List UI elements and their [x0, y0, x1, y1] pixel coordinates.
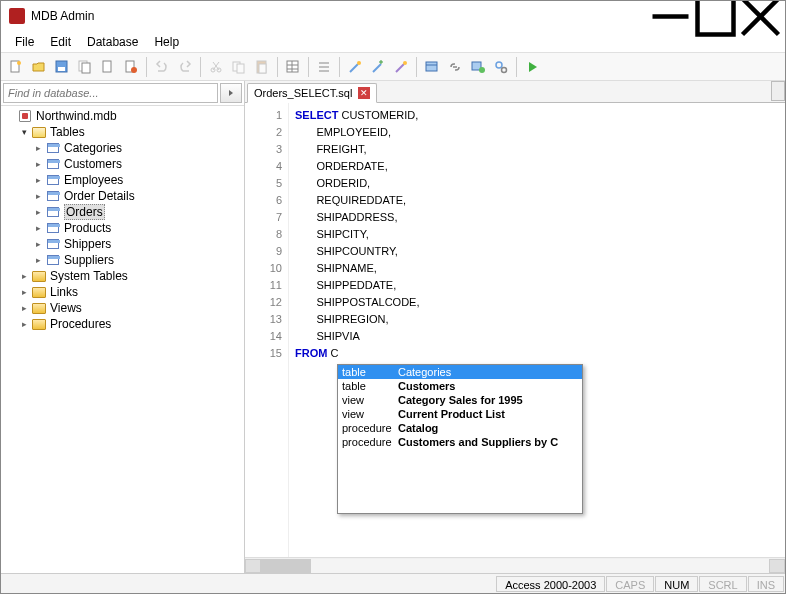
expand-arrow-icon[interactable]: ▸ — [31, 223, 45, 233]
run-button[interactable] — [521, 56, 543, 78]
undo-button[interactable] — [151, 56, 173, 78]
tree-node[interactable]: ▸Categories — [3, 140, 242, 156]
tab-close-icon[interactable]: ✕ — [358, 87, 370, 99]
scroll-thumb[interactable] — [261, 559, 311, 573]
tree-node[interactable]: ▸Shippers — [3, 236, 242, 252]
tab-scroll-handle[interactable] — [771, 81, 785, 101]
menu-edit[interactable]: Edit — [42, 32, 79, 52]
expand-arrow-icon[interactable]: ▸ — [17, 271, 31, 281]
expand-arrow-icon[interactable]: ▸ — [31, 239, 45, 249]
autocomplete-item[interactable]: viewCategory Sales for 1995 — [338, 393, 582, 407]
expand-arrow-icon[interactable]: ▸ — [31, 159, 45, 169]
scroll-track[interactable] — [261, 559, 769, 573]
grid-button[interactable] — [282, 56, 304, 78]
expand-arrow-icon[interactable]: ▾ — [17, 127, 31, 137]
tree-node[interactable]: ▾Tables — [3, 124, 242, 140]
tab-label: Orders_SELECT.sql — [254, 87, 352, 99]
horizontal-scrollbar[interactable] — [245, 557, 785, 573]
autocomplete-item[interactable]: tableCategories — [338, 365, 582, 379]
minimize-button[interactable] — [648, 2, 693, 30]
svg-rect-1 — [698, 0, 734, 34]
status-ins: INS — [748, 576, 784, 592]
autocomplete-item[interactable]: procedureCatalog — [338, 421, 582, 435]
autocomplete-item[interactable]: procedureCustomers and Suppliers by C — [338, 435, 582, 449]
ac-name: Category Sales for 1995 — [398, 394, 523, 406]
tree-icon — [45, 173, 61, 187]
tree-node[interactable]: ▸Order Details — [3, 188, 242, 204]
expand-arrow-icon[interactable]: ▸ — [31, 191, 45, 201]
scroll-left-button[interactable] — [245, 559, 261, 573]
menu-help[interactable]: Help — [146, 32, 187, 52]
tree-node[interactable]: ▸Links — [3, 284, 242, 300]
wand-alt-button[interactable] — [390, 56, 412, 78]
tree-icon — [31, 125, 47, 139]
expand-arrow-icon[interactable]: ▸ — [17, 319, 31, 329]
paste-button[interactable] — [251, 56, 273, 78]
expand-arrow-icon[interactable]: ▸ — [31, 143, 45, 153]
tree-label: Procedures — [50, 317, 111, 331]
autocomplete-list[interactable]: tableCategoriestableCustomersviewCategor… — [338, 365, 582, 513]
table-add-button[interactable] — [467, 56, 489, 78]
tree-label: Links — [50, 285, 78, 299]
menu-file[interactable]: File — [7, 32, 42, 52]
tree-label: Northwind.mdb — [36, 109, 117, 123]
wand-button[interactable] — [344, 56, 366, 78]
svg-point-5 — [17, 61, 21, 65]
wand-add-button[interactable] — [367, 56, 389, 78]
maximize-button[interactable] — [693, 2, 738, 30]
expand-arrow-icon[interactable]: ▸ — [31, 207, 45, 217]
expand-arrow-icon[interactable]: ▸ — [17, 303, 31, 313]
svg-rect-7 — [58, 67, 65, 71]
tree-node[interactable]: ▸Employees — [3, 172, 242, 188]
new-button[interactable] — [5, 56, 27, 78]
svg-point-26 — [357, 61, 361, 65]
tab-orders-select[interactable]: Orders_SELECT.sql ✕ — [247, 83, 377, 103]
tree-icon — [45, 253, 61, 267]
copy-button[interactable] — [74, 56, 96, 78]
ac-type: view — [342, 394, 398, 406]
tree-node[interactable]: ▸Products — [3, 220, 242, 236]
search-go-button[interactable] — [220, 83, 242, 103]
tree-node[interactable]: ▸Orders — [3, 204, 242, 220]
close-button[interactable] — [738, 2, 783, 30]
tree-node[interactable]: ▸Suppliers — [3, 252, 242, 268]
cut-button[interactable] — [205, 56, 227, 78]
search-input[interactable] — [3, 83, 218, 103]
autocomplete-item[interactable]: viewCurrent Product List — [338, 407, 582, 421]
status-caps: CAPS — [606, 576, 654, 592]
ac-name: Catalog — [398, 422, 438, 434]
menu-database[interactable]: Database — [79, 32, 146, 52]
tree-node[interactable]: Northwind.mdb — [3, 108, 242, 124]
tree-label: Views — [50, 301, 82, 315]
gears-button[interactable] — [490, 56, 512, 78]
delete-doc-button[interactable] — [120, 56, 142, 78]
expand-arrow-icon[interactable]: ▸ — [31, 255, 45, 265]
link-button[interactable] — [444, 56, 466, 78]
new-doc-button[interactable] — [97, 56, 119, 78]
autocomplete-item[interactable]: tableCustomers — [338, 379, 582, 393]
titlebar: MDB Admin — [1, 1, 785, 31]
clipboard-copy-button[interactable] — [228, 56, 250, 78]
status-scrl: SCRL — [699, 576, 746, 592]
table-button[interactable] — [421, 56, 443, 78]
tree-node[interactable]: ▸Customers — [3, 156, 242, 172]
sql-editor[interactable]: 123456789101112131415 SELECT CUSTOMERID,… — [245, 103, 785, 557]
save-button[interactable] — [51, 56, 73, 78]
tree-icon — [17, 109, 33, 123]
scroll-right-button[interactable] — [769, 559, 785, 573]
expand-arrow-icon[interactable]: ▸ — [17, 287, 31, 297]
tree-icon — [45, 189, 61, 203]
redo-button[interactable] — [174, 56, 196, 78]
ac-type: procedure — [342, 436, 398, 448]
main-area: Northwind.mdb▾Tables▸Categories▸Customer… — [1, 81, 785, 573]
open-button[interactable] — [28, 56, 50, 78]
tree-node[interactable]: ▸Procedures — [3, 316, 242, 332]
tree-label: Customers — [64, 157, 122, 171]
tree-node[interactable]: ▸Views — [3, 300, 242, 316]
tree-icon — [45, 205, 61, 219]
autocomplete-popup[interactable]: tableCategoriestableCustomersviewCategor… — [337, 364, 583, 514]
tree-node[interactable]: ▸System Tables — [3, 268, 242, 284]
expand-arrow-icon[interactable]: ▸ — [31, 175, 45, 185]
object-tree[interactable]: Northwind.mdb▾Tables▸Categories▸Customer… — [1, 106, 244, 573]
list-button[interactable] — [313, 56, 335, 78]
